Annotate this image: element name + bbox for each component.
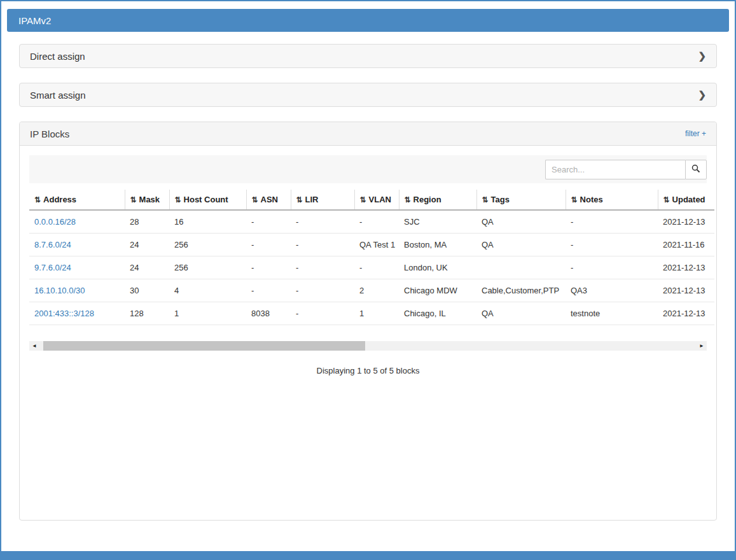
cell-host-count: 1 (169, 302, 246, 325)
cell-region: Chicago MDW (399, 279, 476, 302)
search-group (545, 160, 707, 179)
column-header-updated[interactable]: ⇅Updated (658, 190, 714, 210)
chevron-right-icon: ❯ (698, 50, 706, 62)
cell-region: SJC (399, 210, 476, 234)
table-row: 2001:433::3/12812818038-1Chicago, ILQAte… (29, 302, 714, 325)
sort-icon: ⇅ (175, 195, 181, 204)
address-link[interactable]: 8.7.6.0/24 (34, 240, 71, 249)
ip-blocks-header: IP Blocks filter + (20, 122, 716, 146)
table-toolbar (29, 155, 707, 183)
scroll-left-arrow-icon[interactable]: ◄ (29, 341, 39, 351)
cell-address: 9.7.6.0/24 (29, 256, 125, 279)
table-row: 9.7.6.0/2424256---London, UK-2021-12-13 (29, 256, 714, 279)
search-button[interactable] (685, 160, 707, 179)
column-label: Region (413, 195, 441, 204)
top-navbar: IPAMv2 (7, 9, 729, 32)
ip-blocks-title: IP Blocks (30, 129, 69, 139)
smart-assign-panel[interactable]: Smart assign ❯ (19, 83, 717, 107)
cell-host-count: 4 (169, 279, 246, 302)
cell-vlan: 2 (354, 279, 399, 302)
cell-region: London, UK (399, 256, 476, 279)
column-label: Address (43, 195, 76, 204)
app-title: IPAMv2 (18, 15, 51, 26)
cell-lir: - (291, 234, 354, 256)
cell-vlan: 1 (354, 302, 399, 325)
cell-lir: - (291, 302, 354, 325)
cell-notes: - (566, 234, 658, 256)
scroll-right-arrow-icon[interactable]: ► (697, 341, 707, 351)
smart-assign-label: Smart assign (30, 90, 86, 101)
column-header-region[interactable]: ⇅Region (399, 190, 476, 210)
cell-vlan: - (354, 210, 399, 234)
column-label: VLAN (369, 195, 391, 204)
sort-icon: ⇅ (252, 195, 258, 204)
column-label: Tags (491, 195, 510, 204)
address-link[interactable]: 16.10.10.0/30 (34, 286, 85, 295)
cell-tags: QA (476, 234, 566, 256)
scrollbar-thumb[interactable] (43, 341, 365, 351)
cell-host-count: 256 (169, 234, 246, 256)
page: IPAMv2 Direct assign ❯ Smart assign ❯ IP… (1, 1, 735, 551)
cell-host-count: 256 (169, 256, 246, 279)
column-label: Mask (139, 195, 160, 204)
column-header-asn[interactable]: ⇅ASN (246, 190, 291, 210)
horizontal-scrollbar[interactable]: ◄ ► (29, 341, 707, 351)
table-row: 8.7.6.0/2424256--QA Test 1Boston, MAQA-2… (29, 234, 714, 256)
cell-updated: 2021-12-13 (658, 279, 714, 302)
cell-address: 0.0.0.16/28 (29, 210, 125, 234)
sort-icon: ⇅ (130, 195, 137, 204)
cell-mask: 24 (125, 234, 169, 256)
column-label: Notes (580, 195, 603, 204)
address-link[interactable]: 0.0.0.16/28 (34, 217, 76, 227)
column-header-host-count[interactable]: ⇅Host Count (169, 190, 246, 210)
cell-tags: QA (476, 302, 566, 325)
cell-asn: - (246, 210, 291, 234)
cell-notes: QA3 (566, 279, 658, 302)
sort-icon: ⇅ (296, 195, 303, 204)
search-input[interactable] (545, 160, 685, 179)
address-link[interactable]: 9.7.6.0/24 (34, 263, 71, 272)
address-link[interactable]: 2001:433::3/128 (34, 309, 94, 318)
cell-notes: testnote (566, 302, 658, 325)
column-label: Updated (672, 195, 705, 204)
cell-tags: Cable,Customer,PTP (476, 279, 566, 302)
column-header-lir[interactable]: ⇅LIR (291, 190, 354, 210)
sort-icon: ⇅ (405, 195, 411, 204)
cell-updated: 2021-12-13 (658, 256, 714, 279)
cell-asn: 8038 (246, 302, 291, 325)
search-icon (691, 164, 700, 175)
column-header-mask[interactable]: ⇅Mask (125, 190, 169, 210)
table-header-row: ⇅Address⇅Mask⇅Host Count⇅ASN⇅LIR⇅VLAN⇅Re… (29, 190, 714, 210)
table-row: 0.0.0.16/282816---SJCQA-2021-12-13 (29, 210, 714, 234)
cell-lir: - (291, 279, 354, 302)
sort-icon: ⇅ (663, 195, 670, 204)
column-label: LIR (305, 195, 319, 204)
cell-address: 8.7.6.0/24 (29, 234, 125, 256)
cell-notes: - (566, 256, 658, 279)
column-header-tags[interactable]: ⇅Tags (476, 190, 566, 210)
cell-notes: - (566, 210, 658, 234)
column-header-vlan[interactable]: ⇅VLAN (354, 190, 399, 210)
cell-address: 2001:433::3/128 (29, 302, 125, 325)
cell-mask: 128 (125, 302, 169, 325)
sort-icon: ⇅ (482, 195, 489, 204)
cell-asn: - (246, 279, 291, 302)
column-label: ASN (261, 195, 278, 204)
column-header-address[interactable]: ⇅Address (29, 190, 125, 210)
cell-mask: 30 (125, 279, 169, 302)
column-header-notes[interactable]: ⇅Notes (566, 190, 658, 210)
cell-host-count: 16 (169, 210, 246, 234)
cell-updated: 2021-12-13 (658, 302, 714, 325)
sort-icon: ⇅ (571, 195, 578, 204)
cell-mask: 24 (125, 256, 169, 279)
scrollbar-track[interactable] (39, 341, 697, 351)
cell-tags: QA (476, 210, 566, 234)
direct-assign-panel[interactable]: Direct assign ❯ (19, 44, 717, 68)
cell-vlan: QA Test 1 (354, 234, 399, 256)
sort-icon: ⇅ (360, 195, 366, 204)
cell-mask: 28 (125, 210, 169, 234)
sort-icon: ⇅ (34, 195, 41, 204)
cell-vlan: - (354, 256, 399, 279)
cell-asn: - (246, 256, 291, 279)
filter-link[interactable]: filter + (685, 129, 706, 138)
